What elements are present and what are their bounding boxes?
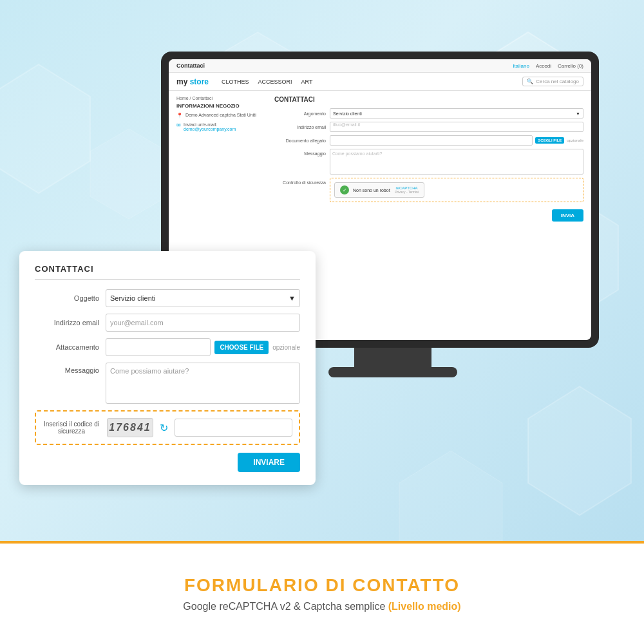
- small-captcha-image: 176841: [107, 418, 153, 437]
- bottom-title: FORMULARIO DI CONTATTO: [184, 575, 460, 596]
- small-attach-optional: opzionale: [272, 344, 300, 351]
- small-email-input[interactable]: your@email.com: [106, 314, 300, 332]
- small-file-input[interactable]: [106, 338, 211, 356]
- small-file-area: CHOOSE FILE opzionale: [106, 338, 300, 356]
- nav-item-clothes[interactable]: CLOTHES: [222, 79, 249, 85]
- svg-marker-5: [528, 386, 631, 515]
- screen-address: Demo Advanced captcha Stati Uniti: [185, 113, 256, 118]
- screen-captcha-area: ✓ Non sono un robot reCAPTCHA Privacy - …: [330, 178, 583, 206]
- screen-email-label: Indirizzo email: [274, 125, 326, 129]
- monitor-stand: [354, 348, 431, 367]
- screen-email-link[interactable]: demo@yourcompany.com: [184, 127, 236, 131]
- screen-email-row: Indirizzo email iltuo@email.it: [274, 122, 583, 132]
- screen-breadcrumb: Home / Contattaci: [176, 96, 267, 100]
- screen-search[interactable]: 🔍 Cerca nel catalogo: [522, 77, 583, 86]
- refresh-icon[interactable]: ↻: [160, 422, 168, 434]
- screen-address-item: 📍 Demo Advanced captcha Stati Uniti: [176, 113, 267, 118]
- screen-form-area: CONTATTACI Argomento Servizio clienti ▼ …: [274, 96, 583, 222]
- monitor-base: [328, 367, 457, 377]
- small-message-row: Messaggio Come possiamo aiutare?: [35, 363, 300, 404]
- screen-content: Home / Contattaci INFORMAZIONI NEGOZIO 📍…: [169, 91, 591, 227]
- nav-item-accessori[interactable]: ACCESSORI: [258, 79, 292, 85]
- screen-email-placeholder: iltuo@email.it: [333, 122, 360, 127]
- svg-marker-6: [399, 451, 502, 541]
- bottom-section: FORMULARIO DI CONTATTO Google reCAPTCHA …: [0, 541, 644, 644]
- screen-argomento-value: Servizio clienti: [333, 111, 362, 116]
- small-form-card: CONTATTACI Oggetto Servizio clienti ▼ In…: [19, 251, 316, 485]
- screen-file-button[interactable]: SCEGLI FILE: [535, 137, 564, 144]
- screen-argomento-select[interactable]: Servizio clienti ▼: [330, 108, 583, 118]
- screen-file-row: SCEGLI FILE opzionale: [330, 135, 583, 146]
- small-captcha-section: Inserisci il codice di sicurezza 176841 …: [35, 410, 300, 445]
- screen-message-placeholder: Come possiamo aiutarti?: [332, 151, 382, 156]
- search-icon: 🔍: [527, 79, 533, 84]
- small-captcha-label: Inserisci il codice di sicurezza: [43, 421, 100, 435]
- screen-doc-optional: opzionale: [567, 138, 583, 142]
- screen-sidebar: Home / Contattaci INFORMAZIONI NEGOZIO 📍…: [176, 96, 267, 222]
- small-oggetto-value: Servizio clienti: [110, 294, 155, 302]
- small-email-label: Indirizzo email: [35, 319, 99, 327]
- small-form-title: CONTATTACI: [35, 264, 300, 280]
- chevron-down-icon: ▼: [576, 111, 580, 116]
- screen-captcha-box: ✓ Non sono un robot reCAPTCHA Privacy - …: [330, 178, 583, 202]
- svg-marker-3: [0, 64, 90, 193]
- logo-my: my: [176, 77, 187, 86]
- screen-store-title: INFORMAZIONI NEGOZIO: [176, 103, 267, 109]
- screen-submit-row: INVIA: [274, 209, 583, 222]
- screen-message-textarea[interactable]: Come possiamo aiutarti?: [330, 149, 583, 175]
- small-submit-row: INVIARE: [35, 453, 300, 472]
- logo-store: store: [187, 77, 209, 86]
- screen-topbar-right: Italiano Accedi Carrello (0): [513, 63, 583, 69]
- screen-nav-items: CLOTHES ACCESSORI ART: [222, 79, 509, 85]
- screen-recaptcha-text: Non sono un robot: [353, 188, 390, 193]
- bottom-subtitle-text: Google reCAPTCHA v2 & Captcha semplice: [183, 601, 388, 612]
- search-placeholder: Cerca nel catalogo: [536, 79, 579, 84]
- recaptcha-check-icon: ✓: [340, 185, 349, 194]
- small-oggetto-row: Oggetto Servizio clienti ▼: [35, 289, 300, 307]
- screen-logo: my store: [176, 77, 209, 86]
- bottom-subtitle: Google reCAPTCHA v2 & Captcha semplice (…: [183, 601, 460, 612]
- screen-message-label: Messaggio: [274, 149, 326, 156]
- location-icon: 📍: [176, 113, 183, 118]
- screen-file-input[interactable]: [330, 135, 533, 146]
- small-message-label: Messaggio: [35, 363, 99, 374]
- small-captcha-input[interactable]: [175, 419, 292, 437]
- small-email-row: Indirizzo email your@email.com: [35, 314, 300, 332]
- chevron-down-icon: ▼: [289, 294, 296, 302]
- screen-login[interactable]: Accedi: [536, 63, 551, 69]
- screen-captcha-label: Controllo di sicurezza: [274, 178, 326, 185]
- screen-captcha-row: Controllo di sicurezza ✓ Non sono un rob…: [274, 178, 583, 206]
- screen-language[interactable]: Italiano: [513, 63, 529, 69]
- screen-recaptcha[interactable]: ✓ Non sono un robot reCAPTCHA Privacy - …: [334, 182, 424, 198]
- screen-doc-label: Documento allegato: [274, 138, 326, 143]
- bottom-subtitle-highlight: (Livello medio): [388, 601, 461, 612]
- small-oggetto-label: Oggetto: [35, 294, 99, 302]
- screen-navbar: my store CLOTHES ACCESSORI ART 🔍 Cerca n…: [169, 73, 591, 91]
- screen-message-row: Messaggio Come possiamo aiutarti?: [274, 149, 583, 175]
- small-submit-button[interactable]: INVIARE: [238, 453, 300, 472]
- screen-topbar: Contattaci Italiano Accedi Carrello (0): [169, 59, 591, 73]
- small-message-textarea[interactable]: Come possiamo aiutare?: [106, 363, 300, 404]
- small-message-placeholder: Come possiamo aiutare?: [110, 367, 189, 375]
- screen-email-wrap: Inviaci un'e-mail: demo@yourcompany.com: [184, 122, 236, 131]
- screen-argomento-row: Argomento Servizio clienti ▼: [274, 108, 583, 118]
- screen-cart[interactable]: Carrello (0): [558, 63, 583, 69]
- screen-doc-row: Documento allegato SCEGLI FILE opzionale: [274, 135, 583, 146]
- small-file-button[interactable]: CHOOSE FILE: [214, 341, 269, 354]
- email-icon: ✉: [176, 122, 181, 131]
- screen-email-input[interactable]: iltuo@email.it: [330, 122, 583, 132]
- screen-form-title: CONTATTACI: [274, 96, 583, 103]
- small-oggetto-select[interactable]: Servizio clienti ▼: [106, 289, 300, 307]
- screen-recaptcha-logo: reCAPTCHA Privacy - Termini: [395, 186, 419, 194]
- screen-page-title: Contattaci: [176, 62, 205, 69]
- small-attach-row: Attaccamento CHOOSE FILE opzionale: [35, 338, 300, 356]
- screen-email-label: Inviaci un'e-mail:: [184, 122, 236, 127]
- screen-email-item: ✉ Inviaci un'e-mail: demo@yourcompany.co…: [176, 122, 267, 131]
- screen-argomento-label: Argomento: [274, 111, 326, 116]
- small-email-placeholder: your@email.com: [110, 319, 164, 327]
- nav-item-art[interactable]: ART: [301, 79, 313, 85]
- small-attach-label: Attaccamento: [35, 343, 99, 351]
- screen-submit-button[interactable]: INVIA: [552, 209, 583, 222]
